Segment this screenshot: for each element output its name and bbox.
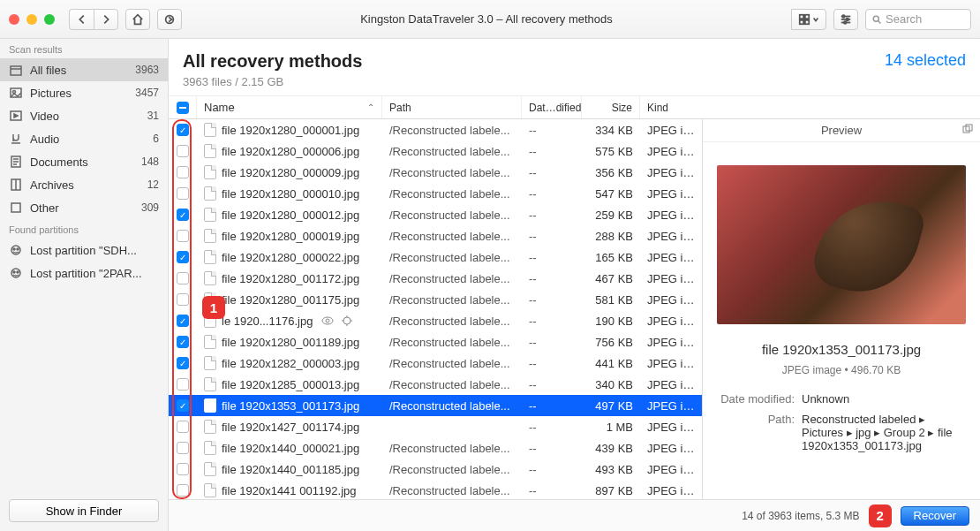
preview-popout-icon[interactable] — [962, 124, 973, 137]
close-window-button[interactable] — [9, 14, 19, 25]
table-row[interactable]: file 1920x1280_000006.jpg/Reconstructed … — [169, 140, 702, 162]
column-date[interactable]: Dat…dified — [522, 96, 582, 118]
table-row[interactable]: file 1920x1280_000019.jpg/Reconstructed … — [169, 225, 702, 247]
table-row[interactable]: file 1920x1280_001172.jpg/Reconstructed … — [169, 268, 702, 289]
file-path: /Reconstructed labele... — [382, 251, 522, 264]
file-icon — [204, 144, 216, 158]
select-all-checkbox[interactable] — [177, 102, 189, 114]
file-size: 288 KB — [582, 230, 640, 243]
recover-session-button[interactable] — [157, 9, 182, 30]
file-icon — [204, 271, 216, 285]
file-size: 575 KB — [582, 145, 640, 158]
table-row[interactable]: file 1920x1280_000012.jpg/Reconstructed … — [169, 204, 702, 225]
file-icon — [204, 208, 216, 222]
search-icon — [871, 14, 882, 25]
svg-point-33 — [322, 317, 333, 324]
file-name: file 1920x1280_001172.jpg — [222, 272, 359, 285]
sidebar-item-audio[interactable]: Audio6 — [0, 127, 168, 150]
preview-path-key: Path: — [717, 413, 802, 452]
locate-icon[interactable] — [341, 315, 353, 327]
file-name: file 1920x1282_000003.jpg — [222, 357, 359, 370]
table-row[interactable]: file 1920x1440_000021.jpg/Reconstructed … — [169, 437, 702, 459]
content-header: All recovery methods 3963 files / 2.15 G… — [169, 39, 980, 96]
file-date: -- — [522, 187, 582, 201]
file-size: 334 KB — [582, 124, 640, 137]
file-size: 340 KB — [582, 378, 640, 391]
svg-point-10 — [844, 21, 847, 24]
sidebar-item-archives[interactable]: Archives12 — [0, 173, 168, 196]
svg-point-9 — [846, 18, 848, 20]
file-list[interactable]: 1 file 1920x1280_000001.jpg/Reconstructe… — [169, 119, 702, 499]
table-row[interactable]: file 1920x1280_000010.jpg/Reconstructed … — [169, 183, 702, 204]
preview-date-key: Date modified: — [717, 392, 802, 406]
file-name: file 1920x1280_000012.jpg — [222, 209, 359, 222]
table-row[interactable]: file 1920x1285_000013.jpg/Reconstructed … — [169, 374, 702, 395]
page-title: All recovery methods — [183, 51, 362, 72]
filter-button[interactable] — [833, 9, 858, 30]
file-icon — [204, 398, 216, 413]
file-path: /Reconstructed labele... — [382, 230, 522, 243]
table-row[interactable]: file 1920x1353_001173.jpg/Reconstructed … — [169, 395, 702, 416]
search-input[interactable]: Search — [865, 9, 971, 30]
svg-point-35 — [343, 317, 351, 324]
sidebar-item-all-files[interactable]: All files3963 — [0, 58, 168, 81]
preview-filename: file 1920x1353_001173.jpg — [703, 335, 980, 364]
table-row[interactable]: file 1920x1440_001185.jpg/Reconstructed … — [169, 459, 702, 480]
file-path: /Reconstructed labele... — [382, 293, 522, 307]
file-icon — [204, 377, 216, 391]
sidebar-partition[interactable]: Lost partition "SDH... — [0, 239, 168, 262]
category-icon — [9, 86, 23, 100]
file-size: 259 KB — [582, 209, 640, 222]
back-button[interactable] — [69, 9, 94, 30]
file-kind: JPEG im... — [640, 442, 702, 455]
column-name[interactable]: Name⌃ — [197, 96, 382, 118]
home-button[interactable] — [125, 9, 150, 30]
table-row[interactable]: file 1920x1441 001192.jpg/Reconstructed … — [169, 480, 702, 499]
file-kind: JPEG im... — [640, 399, 702, 413]
table-row[interactable]: le 1920...1176.jpg/Reconstructed labele.… — [169, 310, 702, 331]
table-row[interactable]: file 1920x1280_001189.jpg/Reconstructed … — [169, 331, 702, 353]
table-row[interactable]: file 1920x1280_000009.jpg/Reconstructed … — [169, 162, 702, 183]
sidebar-item-other[interactable]: Other309 — [0, 196, 168, 219]
sidebar-section-partitions: Found partitions — [0, 219, 168, 239]
file-size: 441 KB — [582, 357, 640, 370]
sidebar-item-video[interactable]: Video31 — [0, 104, 168, 127]
recover-button[interactable]: Recover — [901, 506, 969, 526]
selected-count: 14 selected — [885, 51, 966, 70]
file-name: file 1920x1440_001185.jpg — [222, 463, 359, 476]
file-date: -- — [522, 399, 582, 413]
file-date: -- — [522, 230, 582, 243]
file-size: 1 MB — [582, 421, 640, 434]
file-kind: JPEG im... — [640, 293, 702, 307]
table-row[interactable]: file 1920x1280_000001.jpg/Reconstructed … — [169, 119, 702, 140]
show-in-finder-button[interactable]: Show in Finder — [9, 499, 159, 522]
file-date: -- — [522, 442, 582, 455]
table-row[interactable]: file 1920x1280_000022.jpg/Reconstructed … — [169, 247, 702, 268]
file-path: /Reconstructed labele... — [382, 442, 522, 455]
column-path[interactable]: Path — [382, 96, 522, 118]
svg-point-11 — [873, 16, 878, 21]
category-icon — [9, 132, 23, 146]
sidebar-item-pictures[interactable]: Pictures3457 — [0, 81, 168, 104]
partition-icon — [9, 243, 23, 257]
table-row[interactable]: file 1920x1427_001174.jpg--1 MBJPEG im..… — [169, 416, 702, 437]
file-path: /Reconstructed labele... — [382, 315, 522, 328]
minimize-window-button[interactable] — [26, 14, 37, 25]
column-size[interactable]: Size — [582, 96, 640, 118]
forward-button[interactable] — [94, 9, 118, 30]
table-row[interactable]: file 1920x1280_001175.jpg/Reconstructed … — [169, 289, 702, 310]
file-size: 756 KB — [582, 336, 640, 349]
file-size: 467 KB — [582, 272, 640, 285]
sidebar-item-documents[interactable]: Documents148 — [0, 150, 168, 173]
file-name: file 1920x1280_000006.jpg — [222, 145, 359, 158]
file-path: /Reconstructed labele... — [382, 166, 522, 179]
svg-rect-1 — [800, 14, 803, 18]
preview-icon[interactable] — [321, 315, 334, 327]
svg-line-12 — [878, 20, 881, 23]
column-kind[interactable]: Kind — [640, 96, 702, 118]
zoom-window-button[interactable] — [44, 14, 55, 25]
table-row[interactable]: file 1920x1282_000003.jpg/Reconstructed … — [169, 353, 702, 374]
view-mode-button[interactable] — [791, 9, 826, 30]
file-name: file 1920x1427_001174.jpg — [222, 421, 359, 434]
sidebar-partition[interactable]: Lost partition "2PAR... — [0, 262, 168, 284]
